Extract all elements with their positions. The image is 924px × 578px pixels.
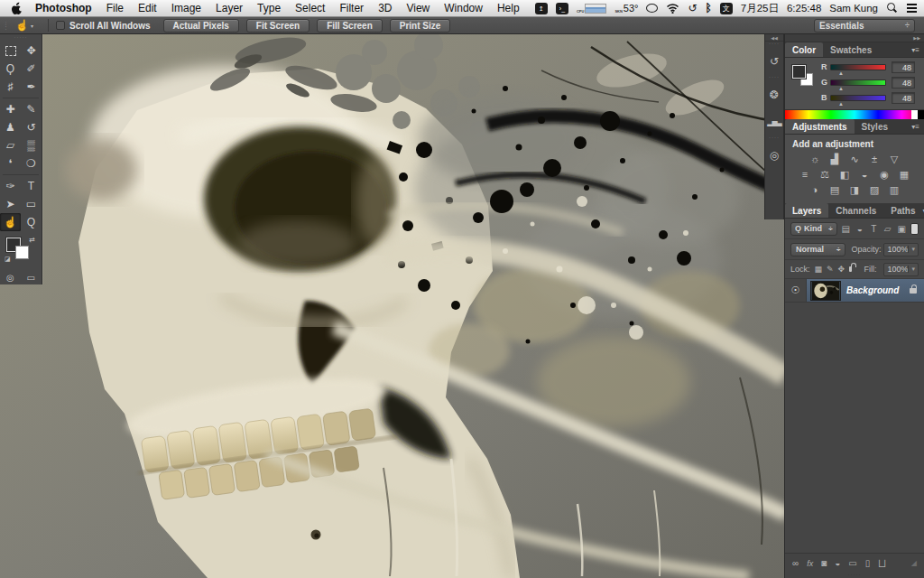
zoom-tool[interactable]: Q bbox=[21, 213, 42, 231]
tab-styles[interactable]: Styles bbox=[855, 119, 895, 134]
lock-position-icon[interactable]: ✥ bbox=[838, 265, 845, 274]
move-tool[interactable]: ✥ bbox=[21, 42, 42, 60]
temperature-meter[interactable]: SKN 53° bbox=[614, 3, 638, 14]
green-value[interactable]: 48 bbox=[892, 77, 915, 89]
photo-filter-icon[interactable]: ◒ bbox=[857, 168, 873, 182]
dodge-tool[interactable]: ❍ bbox=[21, 154, 42, 172]
hand-tool[interactable]: ☝ bbox=[0, 213, 21, 231]
tab-layers[interactable]: Layers bbox=[785, 203, 828, 218]
type-tool[interactable]: T bbox=[21, 177, 42, 195]
foreground-color-well[interactable] bbox=[792, 65, 806, 79]
new-adjustment-layer-icon[interactable]: ◒ bbox=[835, 558, 840, 568]
filter-switch-toggle[interactable] bbox=[910, 223, 919, 235]
user-name[interactable]: Sam Kung bbox=[829, 3, 878, 14]
options-drag-handle[interactable]: ⋮⋮ bbox=[3, 23, 8, 28]
input-method-menu-icon[interactable]: 文 bbox=[720, 3, 733, 14]
menu-view[interactable]: View bbox=[406, 2, 430, 14]
scroll-all-windows-checkbox[interactable] bbox=[56, 21, 65, 30]
color-panel-menu-icon[interactable]: ▾≡ bbox=[911, 42, 924, 57]
lasso-tool[interactable]: Ϙ bbox=[0, 60, 21, 78]
collapse-dock-button[interactable]: ▶▶ bbox=[785, 34, 924, 42]
workspace-switcher[interactable]: Essentials ÷ bbox=[814, 19, 915, 33]
navigator-panel-icon[interactable]: ❂ bbox=[765, 81, 783, 108]
invert-icon[interactable]: ◑ bbox=[808, 183, 823, 197]
tool-preset-caret-icon[interactable]: ▾ bbox=[31, 23, 33, 29]
apple-menu[interactable] bbox=[12, 2, 23, 14]
shape-layer-filter-icon[interactable]: ▱ bbox=[882, 224, 892, 234]
notification-center-icon[interactable] bbox=[907, 4, 917, 12]
history-brush-tool[interactable]: ↺ bbox=[21, 118, 42, 136]
upload-menu-icon[interactable]: ↥ bbox=[535, 3, 548, 14]
color-spectrum-ramp[interactable] bbox=[785, 109, 924, 119]
app-menu-photoshop[interactable]: Photoshop bbox=[35, 2, 92, 14]
layer-filter-kind-select[interactable]: Ǫ Kind ÷ bbox=[790, 222, 837, 236]
tab-adjustments[interactable]: Adjustments bbox=[785, 119, 855, 134]
blue-slider[interactable]: ▲ bbox=[830, 95, 886, 101]
posterize-icon[interactable]: ▤ bbox=[827, 183, 843, 197]
gradient-map-icon[interactable]: ▨ bbox=[867, 183, 882, 197]
spot-healing-brush-tool[interactable]: ✚ bbox=[0, 100, 21, 118]
curves-icon[interactable]: ∿ bbox=[847, 153, 863, 166]
lock-transparency-icon[interactable]: ▦ bbox=[815, 265, 823, 274]
menu-help[interactable]: Help bbox=[497, 2, 520, 14]
fit-screen-button[interactable]: Fit Screen bbox=[246, 19, 310, 33]
tab-channels[interactable]: Channels bbox=[828, 203, 883, 218]
vibrance-icon[interactable]: ▽ bbox=[887, 153, 902, 166]
red-value[interactable]: 48 bbox=[892, 61, 915, 73]
layers-list-empty-area[interactable] bbox=[785, 303, 924, 553]
spotlight-icon[interactable] bbox=[886, 3, 897, 14]
blue-value[interactable]: 48 bbox=[892, 92, 915, 104]
measurement-log-panel-icon[interactable]: ◎ bbox=[765, 142, 783, 169]
fill-input[interactable]: 100% ▾ bbox=[883, 263, 919, 276]
menu-image[interactable]: Image bbox=[171, 2, 201, 14]
quick-mask-button[interactable]: ◎ bbox=[6, 273, 14, 283]
cpu-meter[interactable]: CPU bbox=[577, 4, 606, 14]
panel-resize-grip-icon[interactable]: ◢ bbox=[911, 559, 917, 567]
layer-visibility-toggle[interactable]: ☉ bbox=[785, 279, 807, 302]
layer-mask-icon[interactable]: ◙ bbox=[821, 558, 827, 568]
blue-slider-thumb[interactable]: ▲ bbox=[838, 101, 844, 107]
rectangle-tool[interactable]: ▭ bbox=[21, 195, 42, 213]
adjustments-panel-menu-icon[interactable]: ▾≡ bbox=[911, 119, 924, 134]
print-size-button[interactable]: Print Size bbox=[390, 19, 451, 33]
menu-clock[interactable]: 6:25:48 bbox=[787, 3, 821, 14]
menu-select[interactable]: Select bbox=[295, 2, 325, 14]
tools-drag-handle[interactable]: ····· bbox=[0, 34, 42, 42]
clone-stamp-tool[interactable]: ♟ bbox=[0, 118, 21, 136]
dock-drag-handle[interactable]: ···· bbox=[765, 135, 783, 142]
pen-tool[interactable]: ✑ bbox=[0, 177, 21, 195]
menu-3d[interactable]: 3D bbox=[378, 2, 392, 14]
default-colors-icon[interactable]: ◪ bbox=[5, 256, 11, 263]
delete-layer-icon[interactable]: ⨆ bbox=[878, 558, 885, 569]
path-selection-tool[interactable]: ➤ bbox=[0, 195, 21, 213]
new-layer-icon[interactable]: ▯ bbox=[865, 558, 871, 568]
lock-all-icon[interactable] bbox=[849, 266, 852, 272]
link-layers-icon[interactable]: ∞ bbox=[792, 558, 799, 568]
dock-drag-handle[interactable]: ···· bbox=[765, 75, 783, 81]
menu-type[interactable]: Type bbox=[257, 2, 281, 14]
menu-layer[interactable]: Layer bbox=[216, 2, 243, 14]
layer-style-icon[interactable]: fx bbox=[807, 559, 813, 568]
adjustment-layer-filter-icon[interactable]: ◒ bbox=[855, 224, 864, 234]
menu-window[interactable]: Window bbox=[444, 2, 483, 14]
blur-tool[interactable]: ❛ bbox=[0, 154, 21, 172]
brightness-contrast-icon[interactable]: ☼ bbox=[808, 153, 823, 166]
blend-mode-select[interactable]: Normal ÷ bbox=[790, 243, 845, 256]
type-layer-filter-icon[interactable]: T bbox=[868, 224, 878, 234]
crop-tool[interactable]: ♯ bbox=[0, 78, 21, 96]
lock-pixels-icon[interactable]: ✎ bbox=[827, 265, 834, 274]
layer-row-background[interactable]: ☉ Background bbox=[785, 279, 924, 303]
bluetooth-menu-icon[interactable]: ᛒ bbox=[706, 3, 712, 14]
pixel-layer-filter-icon[interactable]: ▤ bbox=[841, 224, 851, 234]
wifi-menu-icon[interactable] bbox=[666, 3, 679, 14]
menu-date[interactable]: 7月25日 bbox=[741, 2, 779, 15]
selective-color-icon[interactable]: ▥ bbox=[887, 183, 902, 197]
color-lookup-icon[interactable]: ▦ bbox=[897, 168, 912, 182]
histogram-panel-icon[interactable]: ▂▅▃ bbox=[765, 108, 783, 135]
hue-saturation-icon[interactable]: ≡ bbox=[798, 168, 813, 182]
black-white-icon[interactable]: ◧ bbox=[837, 168, 853, 182]
eyedropper-tool[interactable]: ✒ bbox=[21, 78, 42, 96]
menu-file[interactable]: File bbox=[106, 2, 124, 14]
eraser-tool[interactable]: ▱ bbox=[0, 136, 21, 154]
exposure-icon[interactable]: ± bbox=[867, 153, 882, 166]
